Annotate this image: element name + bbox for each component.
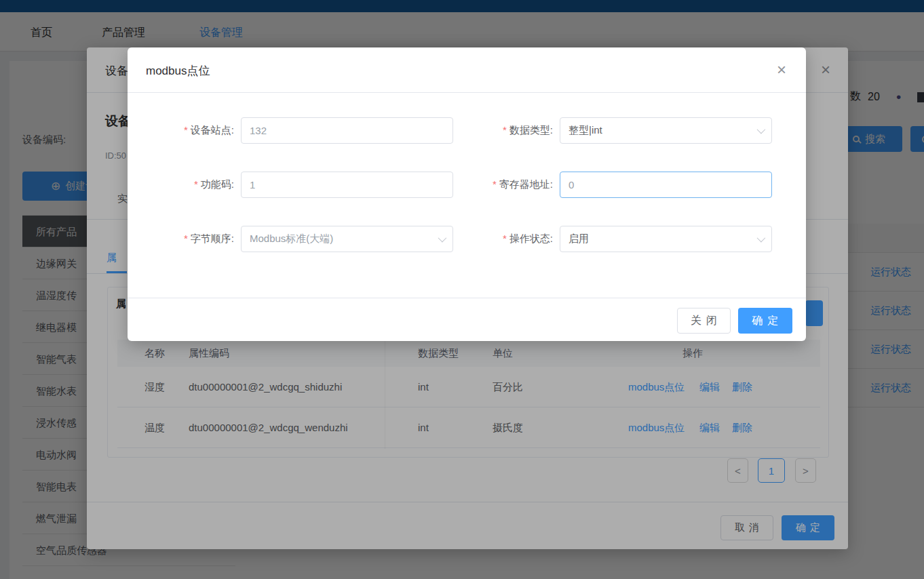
register-label: *寄存器地址: (453, 178, 553, 191)
byteorder-select[interactable]: Modbus标准(大端) (241, 226, 453, 252)
divider (128, 298, 806, 298)
station-label: *设备站点: (155, 124, 234, 137)
chevron-down-icon (757, 125, 766, 134)
datatype-select[interactable]: 整型|int (560, 117, 772, 144)
modbus-modal-title: modbus点位 (146, 63, 210, 79)
screen: 首页 产品管理 设备管理 设备编码: ⊕ 创建设 所有产品 边缘网关 温湿度传 … (0, 0, 924, 579)
chevron-down-icon (757, 234, 766, 243)
chevron-down-icon (438, 234, 447, 243)
funccode-input[interactable] (241, 172, 453, 198)
funccode-label: *功能码: (155, 178, 234, 191)
confirm-button[interactable]: 确定 (738, 308, 792, 334)
opstatus-label: *操作状态: (453, 233, 553, 245)
modbus-point-modal: modbus点位 × *设备站点: *数据类型: 整型|int *功能码: *寄… (128, 47, 806, 341)
close-button[interactable]: 关闭 (677, 308, 731, 334)
station-input[interactable] (241, 117, 453, 144)
close-icon[interactable]: × (770, 58, 793, 81)
byteorder-label: *字节顺序: (155, 233, 234, 245)
register-input[interactable] (560, 172, 772, 198)
opstatus-select[interactable]: 启用 (560, 226, 772, 252)
modbus-modal-header: modbus点位 × (128, 47, 806, 93)
datatype-label: *数据类型: (453, 124, 553, 137)
